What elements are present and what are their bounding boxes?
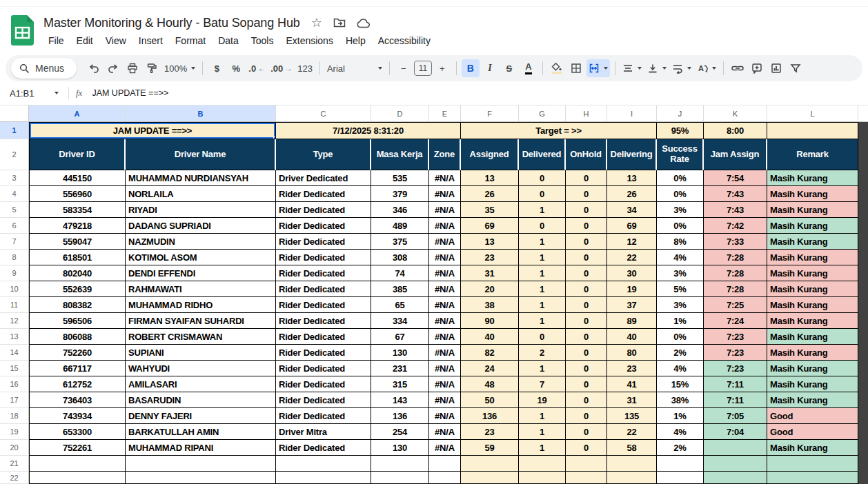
- cell-rate[interactable]: 3%: [657, 202, 704, 218]
- row-number-22[interactable]: 22: [0, 472, 29, 484]
- cell-remark[interactable]: Masih Kurang: [767, 345, 858, 361]
- cell-rate[interactable]: 4%: [657, 361, 704, 376]
- decrease-decimal-button[interactable]: .0←: [246, 59, 267, 77]
- cell-delivered[interactable]: 7: [519, 376, 566, 392]
- cell-name[interactable]: SUPIANI: [126, 345, 276, 361]
- cell-delivering[interactable]: 12: [607, 234, 657, 250]
- row-number-15[interactable]: 15: [0, 361, 29, 376]
- cell-name[interactable]: RIYADI: [126, 202, 276, 218]
- cell-remark[interactable]: Masih Kurang: [767, 218, 858, 234]
- cell-assigned[interactable]: 69: [461, 218, 519, 234]
- cell-id[interactable]: 808382: [29, 297, 126, 313]
- select-all-corner[interactable]: [0, 105, 29, 121]
- cell-assigned[interactable]: 20: [461, 281, 519, 297]
- cell-onhold[interactable]: 0: [566, 265, 607, 281]
- cell-rate[interactable]: 4%: [657, 424, 704, 440]
- cell-zone[interactable]: #N/A: [429, 424, 461, 440]
- header-cell-onhold[interactable]: OnHold: [566, 139, 607, 170]
- cell-jam[interactable]: 7:43: [704, 186, 767, 202]
- cell-assigned[interactable]: 38: [461, 297, 519, 313]
- increase-font-size-button[interactable]: +: [433, 59, 451, 77]
- cell-assigned[interactable]: 35: [461, 202, 519, 218]
- header-cell-delivered[interactable]: Delivered: [519, 139, 566, 170]
- cell-delivering[interactable]: 31: [607, 392, 657, 408]
- move-folder-icon[interactable]: [333, 17, 346, 28]
- cell-id[interactable]: 743934: [29, 408, 126, 424]
- cell-empty[interactable]: [429, 472, 461, 484]
- cell-masa[interactable]: 74: [371, 265, 429, 281]
- cell-masa[interactable]: 308: [371, 250, 429, 265]
- cell-delivered[interactable]: 0: [519, 186, 566, 202]
- row-number-6[interactable]: 6: [0, 218, 29, 234]
- header-cell-id[interactable]: Driver ID: [29, 139, 126, 170]
- cell-onhold[interactable]: 0: [566, 281, 607, 297]
- cell-type[interactable]: Rider Dedicated: [276, 313, 371, 329]
- cell-id[interactable]: 752261: [29, 440, 126, 456]
- cell-name[interactable]: RAHMAWATI: [126, 281, 276, 297]
- star-icon[interactable]: ☆: [311, 17, 322, 29]
- cell-delivering[interactable]: 58: [607, 440, 657, 456]
- format-currency-button[interactable]: $: [208, 59, 226, 77]
- print-button[interactable]: [124, 59, 141, 77]
- cell-jam[interactable]: 7:54: [704, 170, 767, 186]
- cell-rate[interactable]: 15%: [657, 376, 704, 392]
- cell-empty[interactable]: [371, 472, 429, 484]
- cell-zone[interactable]: #N/A: [429, 265, 461, 281]
- cell-assigned[interactable]: 13: [461, 170, 519, 186]
- cell-jam[interactable]: 7:05: [704, 408, 767, 424]
- cell-delivered[interactable]: 1: [519, 361, 566, 376]
- cell-masa[interactable]: 65: [371, 297, 429, 313]
- text-color-button[interactable]: A: [520, 59, 537, 77]
- cell-jam[interactable]: 7:11: [704, 392, 767, 408]
- cell-type[interactable]: Rider Dedicated: [276, 265, 371, 281]
- menu-item-file[interactable]: File: [43, 34, 69, 48]
- cell-assigned[interactable]: 82: [461, 345, 519, 361]
- cell-assigned[interactable]: 23: [461, 250, 519, 265]
- text-rotation-button[interactable]: A: [695, 59, 718, 77]
- cell-type[interactable]: Rider Dedicated: [276, 345, 371, 361]
- cell-type[interactable]: Rider Dedicated: [276, 297, 371, 313]
- cell-id[interactable]: 653300: [29, 424, 126, 440]
- cell-name[interactable]: WAHYUDI: [126, 361, 276, 376]
- header-cell-masa[interactable]: Masa Kerja: [371, 139, 429, 170]
- cell-onhold[interactable]: 0: [566, 424, 607, 440]
- cell-empty[interactable]: [371, 456, 429, 472]
- menu-item-help[interactable]: Help: [341, 34, 371, 48]
- insert-link-button[interactable]: [729, 59, 747, 77]
- cell-onhold[interactable]: 0: [566, 250, 607, 265]
- cell-assigned[interactable]: 50: [461, 392, 519, 408]
- cell-id[interactable]: 583354: [29, 202, 126, 218]
- cell-zone[interactable]: #N/A: [429, 297, 461, 313]
- cell-masa[interactable]: 489: [371, 218, 429, 234]
- cell-jam[interactable]: 7:23: [704, 345, 767, 361]
- cell-jam[interactable]: 7:28: [704, 250, 767, 265]
- row-number-18[interactable]: 18: [0, 408, 29, 424]
- cell-type[interactable]: Rider Dedicated: [276, 376, 371, 392]
- header-cell-type[interactable]: Type: [276, 139, 371, 170]
- cell-rate[interactable]: 2%: [657, 440, 704, 456]
- italic-button[interactable]: I: [481, 59, 499, 77]
- cell-type[interactable]: Rider Dedicated: [276, 281, 371, 297]
- cell-remark[interactable]: Masih Kurang: [767, 234, 858, 250]
- cell-onhold[interactable]: 0: [566, 218, 607, 234]
- cell-onhold[interactable]: 0: [566, 376, 607, 392]
- cell-delivering[interactable]: 80: [607, 345, 657, 361]
- cell-id[interactable]: 736403: [29, 392, 126, 408]
- cell-assigned[interactable]: 40: [461, 329, 519, 345]
- cell-empty[interactable]: [767, 456, 858, 472]
- cell-jam[interactable]: [704, 440, 767, 456]
- cell-onhold[interactable]: 0: [566, 234, 607, 250]
- cell-delivering[interactable]: 23: [607, 361, 657, 376]
- cell-target-time[interactable]: 8:00: [704, 122, 767, 139]
- cell-delivering[interactable]: 30: [607, 265, 657, 281]
- header-cell-jam[interactable]: Jam Assign: [704, 139, 767, 170]
- cell-remark[interactable]: Masih Kurang: [767, 376, 858, 392]
- cell-empty[interactable]: [704, 472, 767, 484]
- menu-item-accessibility[interactable]: Accessibility: [373, 34, 435, 48]
- row-number-8[interactable]: 8: [0, 250, 29, 265]
- increase-decimal-button[interactable]: .00→: [268, 59, 294, 77]
- menu-item-data[interactable]: Data: [213, 34, 244, 48]
- cell-remark[interactable]: Masih Kurang: [767, 313, 858, 329]
- cell-remark[interactable]: Masih Kurang: [767, 202, 858, 218]
- cell-zone[interactable]: #N/A: [429, 376, 461, 392]
